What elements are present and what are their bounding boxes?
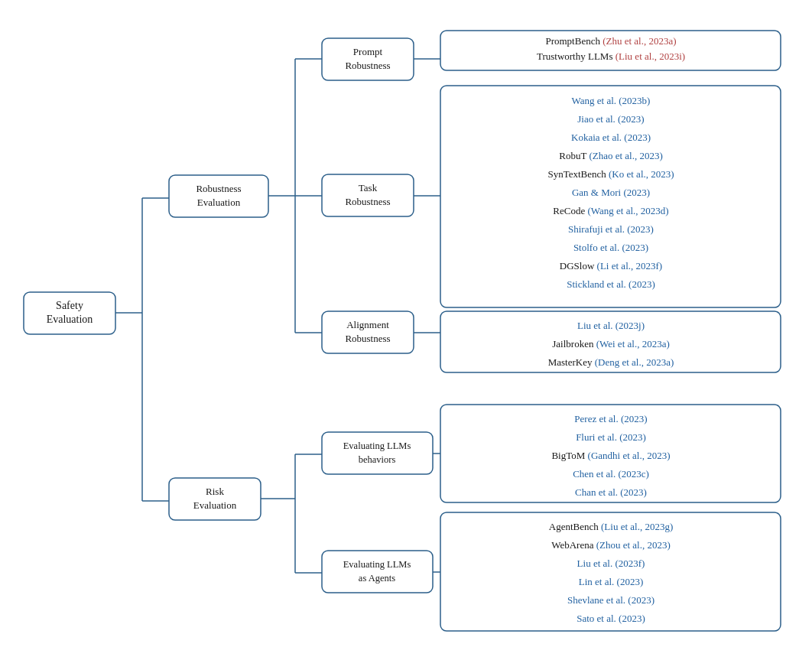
svg-rect-56 (322, 551, 433, 593)
svg-text:Gan & Mori (2023): Gan & Mori (2023) (572, 187, 650, 198)
svg-text:as Agents: as Agents (359, 573, 395, 584)
svg-text:Risk: Risk (206, 486, 224, 497)
tree-diagram: Safety Evaluation Robustness Evaluation … (16, 17, 796, 644)
svg-text:Liu et al. (2023f): Liu et al. (2023f) (577, 558, 645, 569)
svg-text:Prompt: Prompt (353, 46, 383, 57)
svg-text:SynTextBench (Ko et al., 2023): SynTextBench (Ko et al., 2023) (547, 168, 674, 180)
svg-text:Shevlane et al. (2023): Shevlane et al. (2023) (567, 594, 654, 606)
svg-text:Liu et al. (2023j): Liu et al. (2023j) (577, 320, 645, 331)
svg-text:Stolfo et al. (2023): Stolfo et al. (2023) (573, 242, 648, 253)
svg-text:Evaluation: Evaluation (193, 499, 237, 511)
svg-text:Alignment: Alignment (346, 319, 389, 330)
svg-text:Trustworthy LLMs (Liu et al., : Trustworthy LLMs (Liu et al., 2023i) (537, 50, 685, 62)
svg-text:PromptBench (Zhu et al., 2023a: PromptBench (Zhu et al., 2023a) (545, 35, 676, 47)
svg-text:AgentBench (Liu et al., 2023g): AgentBench (Liu et al., 2023g) (549, 521, 673, 532)
svg-text:Evaluation: Evaluation (197, 197, 241, 208)
svg-text:Robustness: Robustness (345, 60, 390, 71)
svg-text:Chen et al. (2023c): Chen et al. (2023c) (573, 468, 649, 480)
svg-text:Robustness: Robustness (345, 333, 390, 344)
svg-text:DGSlow (Li et al., 2023f): DGSlow (Li et al., 2023f) (560, 260, 662, 271)
svg-text:Task: Task (359, 182, 378, 193)
svg-text:Lin et al. (2023): Lin et al. (2023) (579, 576, 643, 587)
svg-text:Safety: Safety (56, 300, 83, 311)
svg-text:BigToM (Gandhi et al., 2023): BigToM (Gandhi et al., 2023) (551, 450, 670, 461)
svg-text:Stickland et al. (2023): Stickland et al. (2023) (567, 278, 655, 290)
svg-text:Fluri et al. (2023): Fluri et al. (2023) (576, 431, 646, 443)
svg-text:WebArena (Zhou et al., 2023): WebArena (Zhou et al., 2023) (551, 539, 671, 551)
svg-text:Evaluating LLMs: Evaluating LLMs (343, 441, 411, 451)
svg-text:Kokaia et al. (2023): Kokaia et al. (2023) (571, 132, 651, 143)
svg-text:Shirafuji et al. (2023): Shirafuji et al. (2023) (568, 223, 654, 235)
svg-text:Robustness: Robustness (196, 183, 241, 194)
svg-text:Robustness: Robustness (345, 196, 390, 207)
svg-text:Jailbroken (Wei et al., 2023a): Jailbroken (Wei et al., 2023a) (552, 338, 669, 350)
svg-text:RobuT (Zhao et al., 2023): RobuT (Zhao et al., 2023) (559, 150, 663, 161)
svg-text:ReCode (Wang et al., 2023d): ReCode (Wang et al., 2023d) (553, 205, 668, 216)
svg-rect-53 (322, 432, 433, 474)
svg-text:Perez et al. (2023): Perez et al. (2023) (574, 413, 647, 424)
svg-text:Evaluation: Evaluation (47, 314, 93, 325)
svg-text:MasterKey (Deng et al., 2023a): MasterKey (Deng et al., 2023a) (548, 356, 674, 368)
svg-text:Wang et al. (2023b): Wang et al. (2023b) (572, 95, 651, 106)
svg-text:Sato et al. (2023): Sato et al. (2023) (577, 613, 645, 624)
diagram-container: Safety Evaluation Robustness Evaluation … (0, 0, 812, 660)
svg-text:Evaluating LLMs: Evaluating LLMs (343, 559, 411, 570)
svg-text:behaviors: behaviors (359, 454, 396, 465)
svg-text:Jiao et al. (2023): Jiao et al. (2023) (577, 113, 644, 125)
svg-text:Chan et al. (2023): Chan et al. (2023) (575, 486, 647, 498)
